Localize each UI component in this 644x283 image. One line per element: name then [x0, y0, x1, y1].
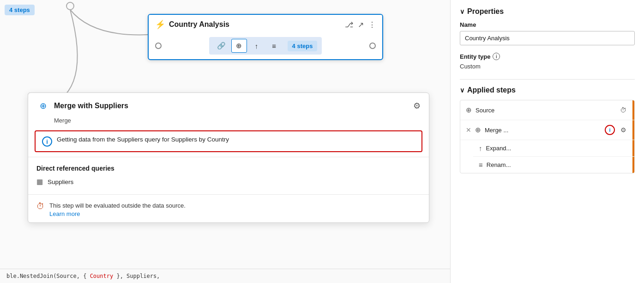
- step-source-name: Source: [475, 107, 614, 114]
- step-row-expand: ↑ Expand...: [473, 140, 634, 157]
- warning-text: This step will be evaluated outside the …: [49, 202, 186, 209]
- step-merge-icon: ⊕: [475, 126, 481, 134]
- node-title-icon: ⚡: [155, 19, 165, 30]
- merge-gear-button[interactable]: ⚙: [618, 124, 629, 135]
- entity-type-value: Custom: [460, 63, 635, 70]
- merge-header-icon: ⊕: [36, 99, 49, 112]
- canvas-area: 4 steps ⚡ Country Analysis ⎇ ↗ ⋮ 🔗 ⊕ ↑ ≡…: [0, 0, 450, 283]
- node-toolbar: 🔗 ⊕ ↑ ≡ 4 steps: [209, 37, 322, 55]
- popup-header-left: ⊕ Merge with Suppliers: [36, 99, 128, 112]
- learn-more-link[interactable]: Learn more: [49, 210, 80, 217]
- entity-type-info-icon: i: [493, 53, 500, 60]
- popup-title: Merge with Suppliers: [54, 102, 128, 110]
- name-field-label: Name: [460, 21, 635, 28]
- popup-divider-2: [28, 194, 429, 195]
- expand-button[interactable]: ↑: [249, 39, 265, 53]
- steps-badge-topleft: 4 steps: [5, 5, 35, 15]
- panel-section-divider: [460, 79, 635, 80]
- code-highlight: Country: [90, 273, 114, 279]
- entity-type-label: Entity type: [460, 53, 490, 60]
- link-button[interactable]: 🔗: [214, 39, 229, 53]
- merge-orange-bar: [632, 120, 634, 140]
- chevron-down-icon-2: ∨: [460, 86, 464, 94]
- properties-section-title: ∨ Properties: [460, 7, 635, 16]
- step-row-source: ⊕ Source ⏱: [460, 100, 634, 120]
- popup-card: ⊕ Merge with Suppliers ⚙ Merge i Getting…: [28, 92, 429, 223]
- merge-info-button[interactable]: i: [605, 125, 615, 135]
- step-source-icon: ⊕: [466, 106, 472, 114]
- step-rename-icon: ≡: [479, 161, 483, 169]
- rename-orange-bar: [632, 157, 634, 173]
- applied-steps-container: ⊕ Source ⏱ ✕ ⊕ Merge ... i ⚙ ↑ Expand...: [460, 100, 635, 173]
- info-message: Getting data from the Suppliers query fo…: [57, 136, 229, 143]
- popup-divider-1: [28, 157, 429, 157]
- direct-refs-title: Direct referenced queries: [36, 165, 421, 172]
- node-card: ⚡ Country Analysis ⎇ ↗ ⋮ 🔗 ⊕ ↑ ≡ 4 steps: [148, 14, 383, 60]
- code-bar: ble.NestedJoin(Source, { Country }, Supp…: [0, 269, 450, 283]
- popup-gear-button[interactable]: ⚙: [413, 101, 421, 111]
- node-header: ⚡ Country Analysis ⎇ ↗ ⋮: [149, 15, 382, 34]
- warning-content: This step will be evaluated outside the …: [49, 201, 186, 218]
- supplier-ref-label: Suppliers: [48, 178, 73, 185]
- popup-header: ⊕ Merge with Suppliers ⚙: [28, 93, 429, 116]
- step-merge-actions: i ⚙: [605, 124, 629, 135]
- source-timer-icon[interactable]: ⏱: [618, 105, 629, 116]
- merge-button[interactable]: ⊕: [231, 39, 247, 53]
- steps-badge-node: 4 steps: [288, 41, 318, 51]
- step-source-actions: ⏱: [618, 105, 629, 116]
- merge-x-button[interactable]: ✕: [466, 126, 471, 134]
- source-orange-bar: [632, 100, 634, 120]
- rename-button[interactable]: ≡: [266, 39, 282, 53]
- node-connector-row: 🔗 ⊕ ↑ ≡ 4 steps: [149, 34, 382, 59]
- node-title-text: Country Analysis: [169, 20, 341, 29]
- expand-icon[interactable]: ↗: [358, 20, 364, 29]
- name-input[interactable]: [460, 31, 635, 45]
- entity-type-label-row: Entity type i: [460, 53, 635, 60]
- info-box: i Getting data from the Suppliers query …: [35, 130, 422, 152]
- table-icon: ▦: [36, 178, 43, 186]
- step-rename-name: Renam...: [487, 161, 629, 168]
- step-row-rename: ≡ Renam...: [473, 157, 634, 173]
- left-connector-dot: [155, 43, 162, 49]
- supplier-ref-item: ▦ Suppliers: [36, 176, 421, 188]
- step-merge-name: Merge ...: [485, 127, 601, 134]
- more-icon[interactable]: ⋮: [368, 20, 376, 29]
- chevron-down-icon: ∨: [460, 8, 464, 15]
- right-connector-dot: [369, 43, 376, 49]
- applied-steps-section-title: ∨ Applied steps: [460, 86, 635, 94]
- info-icon: i: [42, 136, 52, 147]
- warning-section: ⏱ This step will be evaluated outside th…: [28, 197, 429, 222]
- svg-point-0: [66, 2, 74, 10]
- direct-refs-section: Direct referenced queries ▦ Suppliers: [28, 160, 429, 191]
- node-header-actions: ⎇ ↗ ⋮: [345, 20, 376, 29]
- step-row-merge: ✕ ⊕ Merge ... i ⚙: [460, 120, 634, 140]
- code-prefix: ble.NestedJoin(Source, {: [6, 273, 90, 279]
- expand-orange-bar: [632, 140, 634, 156]
- right-panel: ∨ Properties Name Entity type i Custom ∨…: [450, 0, 644, 283]
- warning-icon: ⏱: [36, 202, 45, 211]
- share-icon[interactable]: ⎇: [345, 20, 353, 29]
- step-expand-icon: ↑: [479, 144, 482, 152]
- code-suffix: }, Suppliers,: [113, 273, 160, 279]
- step-expand-name: Expand...: [486, 145, 629, 152]
- popup-subtitle: Merge: [28, 116, 429, 129]
